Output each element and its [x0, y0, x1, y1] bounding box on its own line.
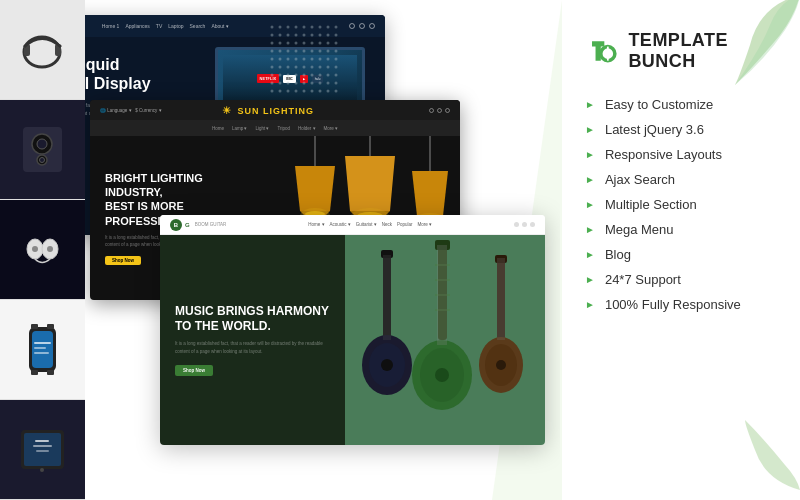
svg-rect-77	[33, 445, 52, 447]
svg-rect-70	[47, 324, 54, 329]
t3-shop-button[interactable]: Shop Now	[175, 365, 213, 376]
svg-rect-29	[438, 240, 447, 340]
t3-logo-text: G	[185, 222, 190, 228]
right-panel-content: TEMPLATE BUNCH ► Easy to Customize ► Lat…	[585, 20, 780, 312]
feature-label: Easy to Customize	[605, 97, 713, 112]
t3-hero-title: MUSIC BRINGS HARMONY TO THE WORLD.	[175, 304, 330, 334]
t2-language-selector: 🌐 Language ▾ $ Currency ▾	[100, 108, 162, 113]
arrow-icon: ►	[585, 149, 595, 160]
feature-ajax-search: ► Ajax Search	[585, 172, 780, 187]
feature-blog: ► Blog	[585, 247, 780, 262]
svg-rect-67	[34, 347, 46, 349]
svg-rect-69	[31, 324, 38, 329]
feature-jquery: ► Latest jQuery 3.6	[585, 122, 780, 137]
t2-navbar: 🌐 Language ▾ $ Currency ▾ ☀ SUN LIGHTING	[90, 100, 460, 120]
t3-navbar: B G BOOM GUITAR Home ▾ Acoustic ▾ Guitar…	[160, 215, 545, 235]
feature-label: 100% Fully Responsive	[605, 297, 741, 312]
dots-pattern	[270, 25, 340, 95]
cart-icon	[369, 23, 375, 29]
guitars-illustration	[345, 235, 545, 445]
t2-cart-icon	[445, 108, 450, 113]
arrow-icon: ►	[585, 199, 595, 210]
left-product-strip	[0, 0, 85, 500]
t3-hero-text: MUSIC BRINGS HARMONY TO THE WORLD. It is…	[160, 235, 345, 445]
brand-logo	[585, 32, 618, 70]
t3-hero-desc: It is a long established fact, that a re…	[175, 340, 330, 354]
arrow-icon: ►	[585, 174, 595, 185]
t2-user-icon	[437, 108, 442, 113]
feature-label: Mega Menu	[605, 222, 674, 237]
arrow-icon: ►	[585, 274, 595, 285]
arrow-icon: ►	[585, 124, 595, 135]
user-icon	[359, 23, 365, 29]
svg-rect-71	[31, 370, 38, 375]
t3-user-icon	[522, 222, 527, 227]
arrow-icon: ►	[585, 224, 595, 235]
t3-hero-guitars	[345, 235, 545, 445]
t1-nav-icons	[349, 23, 375, 29]
feature-label: Latest jQuery 3.6	[605, 122, 704, 137]
feature-responsive: ► Responsive Layouts	[585, 147, 780, 162]
svg-rect-30	[435, 240, 450, 250]
t2-shop-button[interactable]: Shop Now	[105, 256, 141, 265]
strip-item-5	[0, 400, 85, 500]
svg-point-59	[40, 158, 45, 163]
t2-nav-right	[429, 108, 450, 113]
right-panel: TEMPLATE BUNCH ► Easy to Customize ► Lat…	[570, 0, 800, 500]
strip-item-1	[0, 0, 85, 100]
tablet-product	[15, 422, 70, 477]
svg-rect-66	[34, 342, 51, 344]
t3-logo-area: B G BOOM GUITAR	[170, 219, 226, 231]
t2-logo: ☀ SUN LIGHTING	[222, 105, 314, 116]
feature-list: ► Easy to Customize ► Latest jQuery 3.6 …	[585, 97, 780, 312]
feature-label: Multiple Section	[605, 197, 697, 212]
feature-easy-customize: ► Easy to Customize	[585, 97, 780, 112]
svg-rect-74	[24, 433, 61, 466]
t3-nav-right	[514, 222, 535, 227]
earbuds-product	[15, 222, 70, 277]
search-icon	[349, 23, 355, 29]
svg-rect-68	[34, 352, 49, 354]
template-music: B G BOOM GUITAR Home ▾ Acoustic ▾ Guitar…	[160, 215, 545, 445]
svg-rect-21	[381, 250, 393, 258]
smartwatch-product	[15, 322, 70, 377]
bottom-leaf-decoration	[745, 420, 800, 490]
t1-nav-links: Home 1 Appliances TV Laptop Search About…	[102, 23, 229, 29]
svg-rect-72	[47, 370, 54, 375]
svg-point-75	[40, 468, 44, 472]
t2-subnav: Home Lamp ▾ Light ▾ Tripod Holder ▾ More…	[90, 120, 460, 136]
arrow-icon: ►	[585, 299, 595, 310]
t3-search-icon	[514, 222, 519, 227]
feature-label: 24*7 Support	[605, 272, 681, 287]
t2-search-icon	[429, 108, 434, 113]
brand-area: TEMPLATE BUNCH	[585, 30, 780, 72]
svg-rect-44	[495, 255, 507, 263]
t3-brand-tagline: BOOM GUITAR	[195, 222, 227, 227]
feature-mega-menu: ► Mega Menu	[585, 222, 780, 237]
feature-multiple-section: ► Multiple Section	[585, 197, 780, 212]
strip-item-4	[0, 300, 85, 400]
speaker-product	[15, 122, 70, 177]
svg-rect-65	[32, 331, 53, 368]
arrow-icon: ►	[585, 249, 595, 260]
svg-point-62	[32, 246, 38, 252]
feature-fully-responsive: ► 100% Fully Responsive	[585, 297, 780, 312]
svg-rect-1	[270, 25, 340, 95]
sun-icon: ☀	[222, 105, 232, 116]
strip-item-2	[0, 100, 85, 200]
t3-nav-links: Home ▾ Acoustic ▾ Guitarist ▾ Neck Popul…	[308, 222, 432, 227]
brand-name: TEMPLATE BUNCH	[628, 30, 780, 72]
svg-point-63	[47, 246, 53, 252]
t3-cart-icon	[530, 222, 535, 227]
svg-point-47	[496, 360, 506, 370]
t3-hero: MUSIC BRINGS HARMONY TO THE WORLD. It is…	[160, 235, 545, 445]
t3-logo-icon: B	[170, 219, 182, 231]
feature-label: Ajax Search	[605, 172, 675, 187]
svg-point-57	[37, 139, 47, 149]
arrow-icon: ►	[585, 99, 595, 110]
feature-label: Blog	[605, 247, 631, 262]
svg-marker-8	[345, 156, 395, 211]
feature-support: ► 24*7 Support	[585, 272, 780, 287]
left-panel: ⚡ Elevate Electronics Home 1 Appliances …	[0, 0, 560, 500]
strip-item-3	[0, 200, 85, 300]
